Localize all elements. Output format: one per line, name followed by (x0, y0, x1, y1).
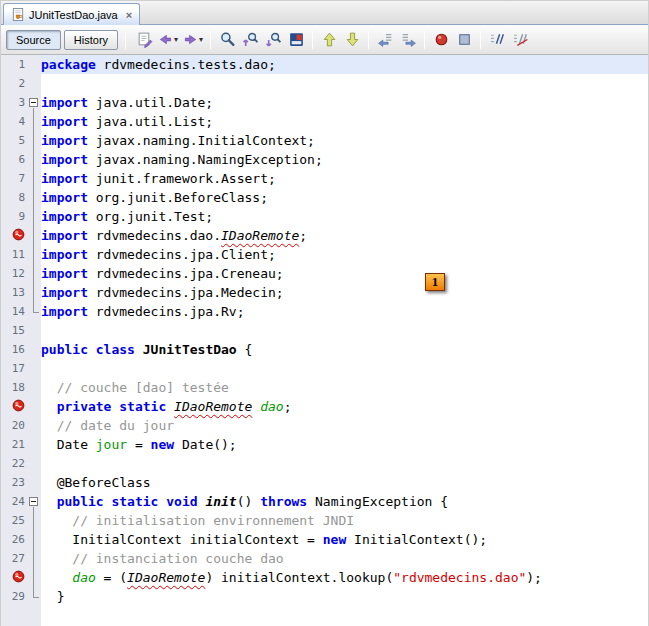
code-line[interactable]: 11import rdvmedecins.jpa.Client; (1, 245, 648, 264)
toggle-highlight-search-icon[interactable] (285, 29, 307, 51)
source-view-button[interactable]: Source (6, 30, 61, 50)
fold-guide-line (28, 530, 41, 549)
fold-column (28, 397, 41, 416)
code-text (41, 74, 648, 93)
fold-guide-line (28, 226, 41, 245)
code-line[interactable]: 22 (1, 454, 648, 473)
line-number: 12 (1, 264, 28, 283)
code-line[interactable]: 3import java.util.Date; (1, 93, 648, 112)
code-line[interactable]: private static IDaoRemote dao; (1, 397, 648, 416)
code-line[interactable]: 15 (1, 321, 648, 340)
code-line[interactable]: 2 (1, 74, 648, 93)
code-line[interactable]: 9import org.junit.Test; (1, 207, 648, 226)
code-text: Date jour = new Date(); (41, 435, 648, 454)
error-badge-icon[interactable] (1, 568, 28, 587)
code-text: import rdvmedecins.jpa.Creneau; (41, 264, 648, 283)
line-number: 1 (1, 55, 28, 74)
code-text: private static IDaoRemote dao; (41, 397, 648, 416)
shift-right-icon[interactable] (397, 29, 419, 51)
code-line[interactable]: 8import org.junit.BeforeClass; (1, 188, 648, 207)
toolbar-separator (424, 31, 425, 49)
previous-bookmark-icon[interactable] (318, 29, 340, 51)
error-badge-icon[interactable] (1, 226, 28, 245)
code-text (41, 454, 648, 473)
find-selection-icon[interactable] (216, 29, 238, 51)
code-line[interactable]: import rdvmedecins.dao.IDaoRemote; (1, 226, 648, 245)
fold-column (28, 416, 41, 435)
code-line[interactable]: 5import javax.naming.InitialContext; (1, 131, 648, 150)
fold-column (28, 340, 41, 359)
find-previous-icon[interactable] (239, 29, 261, 51)
code-line[interactable]: 13import rdvmedecins.jpa.Medecin; (1, 283, 648, 302)
code-text: import javax.naming.NamingException; (41, 150, 648, 169)
code-line[interactable]: 26 InitialContext initialContext = new I… (1, 530, 648, 549)
code-line[interactable]: 12import rdvmedecins.jpa.Creneau; (1, 264, 648, 283)
code-text: import java.util.Date; (41, 93, 648, 112)
line-number: 13 (1, 283, 28, 302)
shift-left-icon[interactable] (374, 29, 396, 51)
code-line[interactable]: 23 @BeforeClass (1, 473, 648, 492)
line-number: 18 (1, 378, 28, 397)
code-line[interactable]: 14import rdvmedecins.jpa.Rv; (1, 302, 648, 321)
code-line[interactable]: 20 // date du jour (1, 416, 648, 435)
callout-annotation: 1 (425, 273, 445, 291)
code-line[interactable]: 6import javax.naming.NamingException; (1, 150, 648, 169)
fold-collapse-icon[interactable] (28, 492, 41, 511)
code-line[interactable]: 18 // couche [dao] testée (1, 378, 648, 397)
uncomment-icon[interactable] (509, 29, 531, 51)
close-tab-icon[interactable]: × (126, 10, 132, 20)
code-line[interactable]: dao = (IDaoRemote) initialContext.lookup… (1, 568, 648, 587)
line-number: 25 (1, 511, 28, 530)
code-line[interactable]: 1package rdvmedecins.tests.dao; (1, 55, 648, 74)
line-number: 24 (1, 492, 28, 511)
code-line[interactable]: 16public class JUnitTestDao { (1, 340, 648, 359)
line-number: 15 (1, 321, 28, 340)
line-number: 8 (1, 188, 28, 207)
fold-guide-line (28, 112, 41, 131)
fold-guide-line (28, 549, 41, 568)
fold-guide-line (28, 511, 41, 530)
toolbar-separator (210, 31, 211, 49)
forward-icon[interactable]: ▾ (181, 29, 205, 51)
code-line[interactable]: 27 // instanciation couche dao (1, 549, 648, 568)
code-text: public static void init() throws NamingE… (41, 492, 648, 511)
fold-column (28, 435, 41, 454)
code-line[interactable]: 4import java.util.List; (1, 112, 648, 131)
fold-guide-line (28, 245, 41, 264)
code-line[interactable]: 25 // initialisation environnement JNDI (1, 511, 648, 530)
line-number: 5 (1, 131, 28, 150)
toolbar-separator (368, 31, 369, 49)
java-file-icon (11, 7, 25, 22)
line-number: 3 (1, 93, 28, 112)
code-line[interactable]: 17 (1, 359, 648, 378)
stop-macro-recording-icon[interactable] (453, 29, 475, 51)
back-icon[interactable]: ▾ (156, 29, 180, 51)
fold-collapse-icon[interactable] (28, 93, 41, 112)
code-line[interactable]: 21 Date jour = new Date(); (1, 435, 648, 454)
code-line[interactable]: 7import junit.framework.Assert; (1, 169, 648, 188)
code-text: // initialisation environnement JNDI (41, 511, 648, 530)
editor-window: JUnitTestDao.java × Source History ▾▾ 1p… (0, 0, 649, 626)
toolbar-icon-strip: ▾▾ (133, 29, 531, 51)
fold-guide-line (28, 264, 41, 283)
next-bookmark-icon[interactable] (341, 29, 363, 51)
line-number: 20 (1, 416, 28, 435)
line-number: 22 (1, 454, 28, 473)
code-editor[interactable]: 1package rdvmedecins.tests.dao;23import … (1, 55, 648, 626)
start-macro-recording-icon[interactable] (430, 29, 452, 51)
history-view-button[interactable]: History (64, 30, 118, 50)
editor-toolbar: Source History ▾▾ (1, 25, 648, 55)
code-text: dao = (IDaoRemote) initialContext.lookup… (41, 568, 648, 587)
line-number: 11 (1, 245, 28, 264)
find-next-icon[interactable] (262, 29, 284, 51)
code-text: import org.junit.Test; (41, 207, 648, 226)
error-badge-icon[interactable] (1, 397, 28, 416)
code-line[interactable]: 24 public static void init() throws Nami… (1, 492, 648, 511)
code-line[interactable]: 29 } (1, 587, 648, 606)
last-edit-location-icon[interactable] (133, 29, 155, 51)
tab-junittestdao[interactable]: JUnitTestDao.java × (3, 3, 140, 25)
line-number: 9 (1, 207, 28, 226)
code-text (41, 359, 648, 378)
line-number: 21 (1, 435, 28, 454)
comment-icon[interactable] (486, 29, 508, 51)
